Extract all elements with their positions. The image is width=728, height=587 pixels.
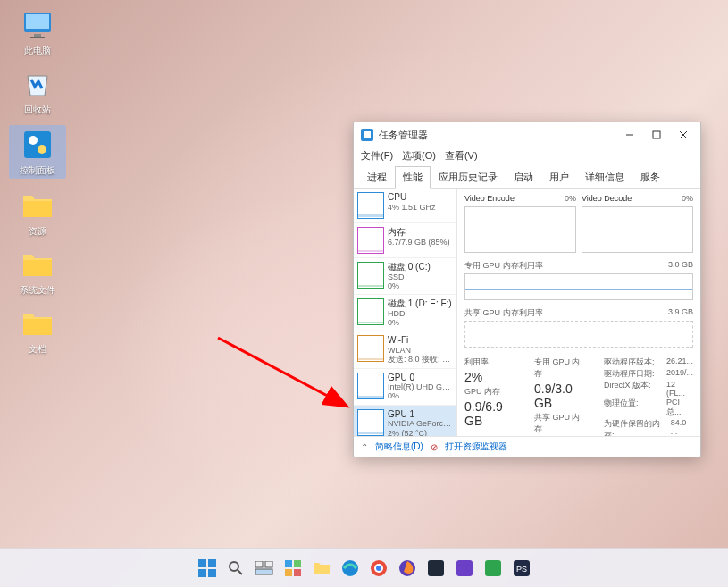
app-icon — [361, 129, 373, 141]
tabs: 进程 性能 应用历史记录 启动 用户 详细信息 服务 — [354, 166, 700, 189]
spark-disk — [357, 262, 384, 289]
svg-rect-34 — [485, 560, 501, 576]
perf-item-disk1[interactable]: 磁盘 1 (D: E: F:)HDD0% — [354, 295, 456, 331]
graph-label: Video Decode — [582, 194, 632, 203]
perf-name: Wi-Fi — [388, 335, 453, 346]
desktop-icon-label: 控制面板 — [20, 164, 55, 177]
chrome-icon[interactable] — [367, 557, 390, 580]
driver-val: 2019/... — [666, 368, 693, 380]
graph-label: Video Encode — [464, 194, 515, 203]
driver-lbl: 驱动程序日期: — [604, 368, 661, 380]
perf-item-wifi[interactable]: Wi-FiWLAN发送: 8.0 接收: 0 Kb — [354, 331, 456, 368]
graph-video-encode — [464, 206, 576, 253]
maximize-button[interactable] — [643, 122, 670, 147]
desktop-icon-control[interactable]: 控制面板 — [9, 125, 66, 179]
tab-processes[interactable]: 进程 — [359, 166, 395, 188]
open-resource-monitor-link[interactable]: 打开资源监视器 — [445, 440, 507, 453]
perf-item-gpu1[interactable]: GPU 1NVIDIA GeForce...2% (52 °C) — [354, 406, 456, 436]
tab-performance[interactable]: 性能 — [395, 166, 431, 189]
svg-point-5 — [29, 136, 38, 145]
svg-point-18 — [230, 562, 238, 571]
edge-icon[interactable] — [339, 557, 362, 580]
svg-rect-32 — [428, 560, 444, 576]
minimize-button[interactable] — [616, 122, 643, 147]
svg-rect-16 — [198, 569, 206, 577]
performance-sidebar[interactable]: CPU4% 1.51 GHz 内存6.7/7.9 GB (85%) 磁盘 0 (… — [354, 189, 457, 436]
menu-options[interactable]: 选项(O) — [402, 149, 436, 163]
shared-gpu-mem-graph — [464, 321, 693, 348]
svg-rect-20 — [255, 561, 263, 567]
stat-lbl: 共享 GPU 内存 — [534, 412, 588, 435]
perf-item-disk0[interactable]: 磁盘 0 (C:)SSD0% — [354, 258, 456, 295]
driver-val: 26.21... — [666, 356, 693, 368]
svg-rect-11 — [653, 131, 660, 138]
taskview-icon[interactable] — [253, 557, 276, 580]
svg-rect-33 — [456, 560, 473, 576]
desktop-icon-thispc[interactable]: 此电脑 — [9, 7, 66, 57]
desktop-icons: 此电脑 回收站 控制面板 资源 系统文件 文档 — [9, 7, 66, 356]
menu-view[interactable]: 查看(V) — [445, 149, 478, 163]
perf-name: 磁盘 0 (C:) — [388, 262, 431, 273]
svg-text:PS: PS — [515, 565, 526, 574]
desktop-icon-label: 此电脑 — [24, 45, 51, 57]
perf-sub: HDD — [388, 309, 452, 318]
mem-label: 共享 GPU 内存利用率 — [464, 307, 543, 319]
menu-file[interactable]: 文件(F) — [361, 149, 393, 163]
svg-rect-15 — [208, 559, 216, 567]
spark-gpu — [357, 409, 384, 436]
stat-val: 0.9/3.0 GB — [534, 382, 588, 410]
spark-wifi — [357, 335, 384, 362]
svg-rect-9 — [364, 131, 371, 138]
driver-val: 12 (FL... — [666, 380, 693, 398]
perf-sub2: 0% — [388, 318, 452, 327]
svg-rect-3 — [30, 37, 45, 38]
brief-info-link[interactable]: 简略信息(D) — [375, 440, 423, 453]
tab-startup[interactable]: 启动 — [506, 166, 541, 188]
taskbar-app-icon[interactable]: PS — [510, 557, 533, 580]
perf-item-memory[interactable]: 内存6.7/7.9 GB (85%) — [354, 223, 456, 258]
perf-name: CPU — [388, 192, 436, 203]
tab-details[interactable]: 详细信息 — [577, 166, 632, 188]
titlebar[interactable]: 任务管理器 — [354, 122, 700, 147]
perf-name: GPU 0 — [388, 373, 453, 383]
taskbar-app-icon[interactable] — [481, 557, 505, 580]
close-button[interactable] — [670, 122, 697, 147]
desktop-icon-label: 文档 — [29, 343, 46, 356]
driver-lbl: 物理位置: — [604, 398, 661, 418]
desktop-icon-label: 回收站 — [24, 104, 51, 116]
tab-users[interactable]: 用户 — [541, 166, 577, 188]
search-icon[interactable] — [224, 557, 247, 580]
svg-point-30 — [376, 566, 381, 571]
stat-lbl: GPU 内存 — [464, 386, 518, 398]
svg-point-6 — [38, 145, 46, 154]
taskbar-app-icon[interactable] — [453, 557, 476, 580]
tab-services[interactable]: 服务 — [632, 166, 668, 188]
perf-sub2: 2% (52 °C) — [388, 429, 453, 436]
desktop-icon-folder-3[interactable]: 文档 — [9, 306, 66, 356]
stat-lbl: 利用率 — [464, 356, 518, 368]
firefox-icon[interactable] — [396, 557, 419, 580]
svg-rect-22 — [255, 569, 272, 574]
widgets-icon[interactable] — [281, 557, 305, 580]
taskbar-app-icon[interactable] — [424, 557, 448, 580]
task-manager-window: 任务管理器 文件(F) 选项(O) 查看(V) 进程 性能 应用历史记录 启动 … — [353, 122, 701, 457]
mem-right: 3.9 GB — [668, 307, 693, 319]
explorer-icon[interactable] — [310, 557, 333, 580]
perf-item-cpu[interactable]: CPU4% 1.51 GHz — [354, 189, 456, 223]
desktop-icon-folder-2[interactable]: 系统文件 — [9, 247, 66, 297]
desktop-icon-folder-1[interactable]: 资源 — [9, 188, 66, 238]
tab-history[interactable]: 应用历史记录 — [431, 166, 506, 188]
perf-name: 磁盘 1 (D: E: F:) — [388, 298, 452, 309]
desktop-icon-label: 系统文件 — [20, 284, 55, 297]
perf-item-gpu0[interactable]: GPU 0Intel(R) UHD Gra...0% — [354, 369, 456, 406]
svg-rect-25 — [285, 569, 292, 576]
collapse-chevron-icon[interactable]: ⌃ — [361, 442, 368, 452]
perf-sub: SSD — [388, 273, 431, 281]
perf-name: 内存 — [388, 227, 450, 238]
perf-sub2: 0% — [388, 281, 431, 290]
spark-cpu — [357, 192, 384, 219]
perf-sub2: 0% — [388, 391, 453, 400]
start-button[interactable] — [196, 557, 219, 580]
desktop-icon-recycle[interactable]: 回收站 — [9, 66, 66, 116]
driver-lbl: DirectX 版本: — [604, 380, 661, 398]
